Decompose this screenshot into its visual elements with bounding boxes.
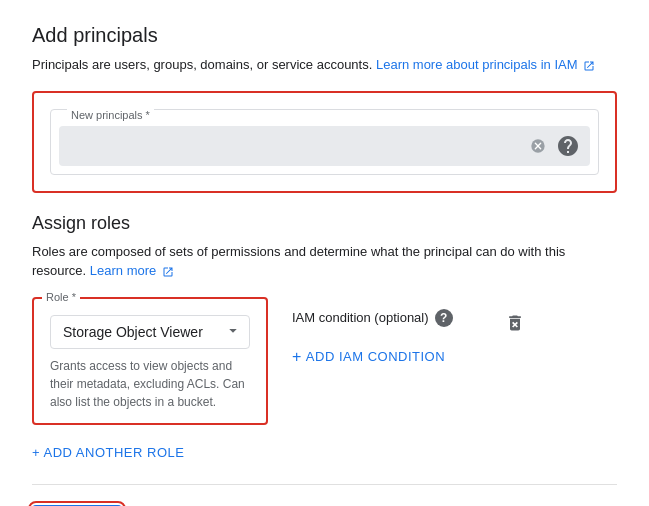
role-select-wrapper: Storage Object Viewer Storage Object Cre… xyxy=(50,315,250,349)
page-title: Add principals xyxy=(32,24,617,47)
role-field-label: Role * xyxy=(42,291,80,303)
add-another-role-button[interactable]: + ADD ANOTHER ROLE xyxy=(32,441,184,464)
role-select[interactable]: Storage Object Viewer Storage Object Cre… xyxy=(50,315,250,349)
footer-divider xyxy=(32,484,617,485)
assign-roles-description: Roles are composed of sets of permission… xyxy=(32,242,617,281)
iam-condition-header: IAM condition (optional) ? xyxy=(292,309,453,327)
learn-more-roles-link[interactable]: Learn more xyxy=(90,263,174,278)
role-box: Role * Storage Object Viewer Storage Obj… xyxy=(32,297,268,425)
learn-more-principals-link[interactable]: Learn more about principals in IAM xyxy=(376,57,595,72)
iam-condition-label: IAM condition (optional) xyxy=(292,310,429,325)
principals-input-wrapper xyxy=(59,126,590,166)
external-link-icon-2 xyxy=(162,266,174,278)
role-description: Grants access to view objects and their … xyxy=(50,357,250,411)
external-link-icon xyxy=(583,60,595,72)
principals-field-label: New principals * xyxy=(67,109,154,121)
help-icon xyxy=(556,134,580,158)
assign-roles-section: Assign roles Roles are composed of sets … xyxy=(32,213,617,464)
trash-icon xyxy=(505,313,525,333)
roles-row: Role * Storage Object Viewer Storage Obj… xyxy=(32,297,617,425)
clear-input-button[interactable] xyxy=(526,134,550,158)
clear-icon xyxy=(530,138,546,154)
add-iam-condition-button[interactable]: + ADD IAM CONDITION xyxy=(292,345,617,369)
new-principals-input[interactable] xyxy=(59,126,590,166)
principals-help-button[interactable] xyxy=(554,132,582,160)
iam-condition-container: IAM condition (optional) ? + ADD IAM CON… xyxy=(292,297,617,369)
new-principals-section: New principals * xyxy=(32,91,617,193)
iam-condition-help-button[interactable]: ? xyxy=(435,309,453,327)
assign-roles-title: Assign roles xyxy=(32,213,617,234)
iam-condition-header-row: IAM condition (optional) ? xyxy=(292,309,617,337)
delete-role-button[interactable] xyxy=(501,309,529,337)
principals-description: Principals are users, groups, domains, o… xyxy=(32,55,617,75)
